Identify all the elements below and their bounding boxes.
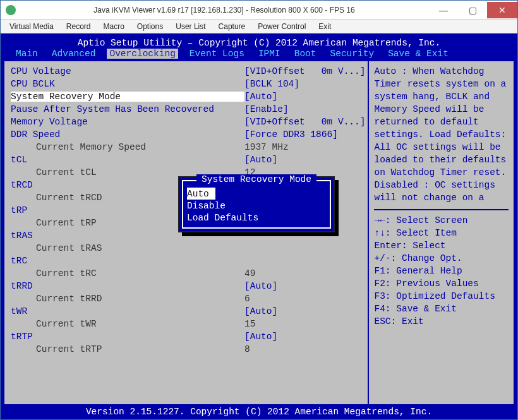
key-hint: ESC: Exit	[374, 315, 509, 328]
setting-value: 6	[244, 294, 250, 304]
setting-row[interactable]: Memory Voltage[VID+Offset 0m V...]	[11, 116, 365, 128]
setting-row: Current tRAS	[11, 242, 365, 255]
setting-row[interactable]: tRC	[11, 255, 365, 267]
setting-value: [Enable]	[244, 104, 289, 114]
bios-tabs: Main Advanced Overclocking Event Logs IP…	[3, 49, 515, 60]
key-hint: →←: Select Screen	[374, 214, 509, 227]
setting-value: 49	[244, 268, 255, 279]
app-icon	[6, 5, 16, 15]
setting-value: 8	[244, 344, 250, 354]
minimize-button[interactable]: —	[429, 2, 458, 18]
setting-value: [Auto]	[244, 155, 277, 165]
setting-label: DDR Speed	[11, 129, 244, 140]
setting-label: Pause After System Has Been Recovered	[11, 104, 244, 114]
popup-item-load-defaults[interactable]: Load Defaults	[187, 212, 326, 224]
setting-row[interactable]: Pause After System Has Been Recovered[En…	[11, 103, 365, 116]
setting-value: [Auto]	[244, 306, 277, 316]
menu-capture[interactable]: Capture	[214, 21, 251, 32]
setting-row[interactable]: System Recovery Mode[Auto]	[11, 90, 365, 103]
setting-value: [BCLK 104]	[244, 79, 299, 89]
bios-header: Aptio Setup Utility – Copyright (C) 2012…	[3, 37, 515, 49]
tab-overclocking[interactable]: Overclocking	[107, 49, 178, 59]
setting-label: Current tRRD	[11, 294, 244, 304]
titlebar: Java iKVM Viewer v1.69 r17 [192.168.1.23…	[1, 1, 517, 20]
setting-label: Memory Voltage	[11, 117, 244, 127]
setting-row[interactable]: tWR[Auto]	[11, 305, 365, 318]
setting-row[interactable]: DDR Speed[Force DDR3 1866]	[11, 128, 365, 141]
menu-power-control[interactable]: Power Control	[253, 21, 311, 32]
setting-value: [Auto]	[244, 92, 277, 102]
setting-label: System Recovery Mode	[11, 92, 244, 102]
app-window: Java iKVM Viewer v1.69 r17 [192.168.1.23…	[0, 0, 518, 420]
bios-help-panel: Auto : When Watchdog Timer resets system…	[368, 61, 514, 404]
setting-row: Current Memory Speed1937 MHz	[11, 141, 365, 153]
key-hint: ↑↓: Select Item	[374, 227, 509, 239]
setting-row[interactable]: tRRD[Auto]	[11, 280, 365, 292]
menu-virtual-media[interactable]: Virtual Media	[4, 21, 59, 32]
key-hint: F3: Optimized Defaults	[374, 290, 509, 303]
tab-security[interactable]: Security	[328, 49, 377, 59]
maximize-button[interactable]: ▢	[458, 2, 487, 18]
key-hint: Enter: Select	[374, 239, 509, 252]
tab-save-exit[interactable]: Save & Exit	[385, 49, 451, 59]
tab-advanced[interactable]: Advanced	[49, 49, 99, 59]
setting-value: [Force DDR3 1866]	[244, 129, 338, 140]
bios-screen: Aptio Setup Utility – Copyright (C) 2012…	[1, 33, 517, 419]
popup-system-recovery-mode: System Recovery Mode Auto Disable Load D…	[178, 176, 335, 232]
setting-value: [Auto]	[244, 332, 277, 342]
setting-row[interactable]: tRTP[Auto]	[11, 330, 365, 343]
menu-macro[interactable]: Macro	[99, 21, 130, 32]
setting-value: [Auto]	[244, 281, 277, 291]
setting-value: 15	[244, 319, 255, 329]
menu-exit[interactable]: Exit	[313, 21, 336, 32]
setting-row[interactable]: tCL[Auto]	[11, 153, 365, 166]
tab-boot[interactable]: Boot	[292, 49, 319, 59]
menu-options[interactable]: Options	[132, 21, 168, 32]
setting-label: Current tRTP	[11, 344, 244, 354]
setting-label: CPU Voltage	[11, 66, 244, 76]
setting-value: 1937 MHz	[244, 142, 289, 152]
key-hint: F1: General Help	[374, 265, 509, 277]
setting-value: [VID+Offset 0m V...]	[244, 66, 365, 76]
setting-label: Current tRC	[11, 268, 244, 279]
help-text: Auto : When Watchdog Timer resets system…	[374, 65, 509, 204]
key-hint: +/-: Change Opt.	[374, 252, 509, 265]
setting-label: tRC	[11, 256, 244, 266]
setting-row[interactable]: CPU BCLK[BCLK 104]	[11, 78, 365, 90]
setting-label: tRTP	[11, 332, 244, 342]
popup-title: System Recovery Mode	[196, 174, 316, 184]
tab-event-logs[interactable]: Event Logs	[187, 49, 247, 59]
popup-item-disable[interactable]: Disable	[187, 200, 326, 212]
setting-label: Current tRAS	[11, 243, 244, 253]
close-button[interactable]: ✕	[487, 2, 517, 18]
tab-main[interactable]: Main	[13, 49, 40, 59]
popup-item-auto[interactable]: Auto	[187, 188, 215, 200]
menubar: Virtual Media Record Macro Options User …	[1, 20, 517, 33]
key-hint: F2: Previous Values	[374, 277, 509, 290]
help-divider	[374, 209, 509, 210]
setting-row[interactable]: CPU Voltage[VID+Offset 0m V...]	[11, 65, 365, 78]
window-title: Java iKVM Viewer v1.69 r17 [192.168.1.23…	[20, 6, 429, 15]
bios-body: CPU Voltage[VID+Offset 0m V...]CPU BCLK[…	[3, 60, 515, 405]
setting-row: Current tRRD6	[11, 292, 365, 305]
bios-settings-panel: CPU Voltage[VID+Offset 0m V...]CPU BCLK[…	[4, 61, 368, 404]
setting-label: CPU BCLK	[11, 79, 244, 89]
setting-value: [VID+Offset 0m V...]	[244, 117, 365, 127]
setting-row: Current tRTP8	[11, 343, 365, 356]
setting-label: tWR	[11, 306, 244, 316]
setting-row: Current tRC49	[11, 267, 365, 280]
setting-row: Current tWR15	[11, 318, 365, 330]
menu-record[interactable]: Record	[61, 21, 96, 32]
key-hint: F4: Save & Exit	[374, 303, 509, 315]
menu-user-list[interactable]: User List	[171, 21, 210, 32]
setting-label: Current Memory Speed	[11, 142, 244, 152]
key-hints: →←: Select Screen↑↓: Select ItemEnter: S…	[374, 214, 509, 328]
setting-label: tRRD	[11, 281, 244, 291]
tab-ipmi[interactable]: IPMI	[256, 49, 283, 59]
setting-label: Current tWR	[11, 319, 244, 329]
bios-footer: Version 2.15.1227. Copyright (C) 2012 Am…	[3, 405, 515, 419]
setting-label: tCL	[11, 155, 244, 165]
